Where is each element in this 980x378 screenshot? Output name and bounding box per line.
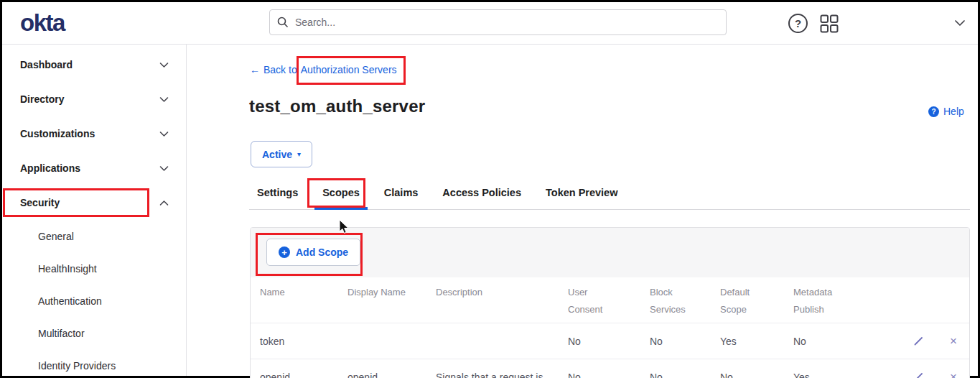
cell-description: Signals that a request is xyxy=(436,372,568,378)
column-header-metadata-publish: Metadata Publish xyxy=(793,284,913,318)
chevron-down-icon xyxy=(159,96,169,103)
cell-user-consent: No xyxy=(568,372,650,378)
chevron-up-icon xyxy=(159,200,169,206)
auth-server-tabs: Settings Scopes Claims Access Policies T… xyxy=(249,182,970,210)
tab-token-preview[interactable]: Token Preview xyxy=(538,182,625,209)
sidebar-item-label: Customizations xyxy=(20,128,95,139)
sidebar-item-dashboard[interactable]: Dashboard xyxy=(2,47,186,82)
sidebar-item-multifactor[interactable]: Multifactor xyxy=(2,317,186,349)
status-label: Active xyxy=(262,149,292,160)
scopes-panel: + Add Scope Name Display Name Descriptio… xyxy=(250,227,970,378)
page-title: test_om_auth_server xyxy=(249,96,425,116)
column-header-actions xyxy=(913,284,969,318)
global-search[interactable] xyxy=(269,9,727,35)
okta-admin-window: okta ? Dashboard Directory xyxy=(0,0,980,378)
delete-icon[interactable]: × xyxy=(950,371,957,378)
cell-metadata-publish: Yes xyxy=(793,372,913,378)
column-header-display-name: Display Name xyxy=(347,284,436,318)
back-link-target: Authorization Servers xyxy=(301,64,397,75)
plus-icon: + xyxy=(279,246,290,258)
chevron-down-icon xyxy=(159,62,169,68)
back-link-prefix: Back to xyxy=(263,64,297,75)
sidebar-item-directory[interactable]: Directory xyxy=(2,82,186,116)
sidebar-item-general[interactable]: General xyxy=(2,220,186,252)
sidebar-item-security[interactable]: Security xyxy=(2,185,186,220)
status-dropdown-button[interactable]: Active ▾ xyxy=(251,141,312,167)
cell-block-services: No xyxy=(650,372,720,378)
caret-down-icon: ▾ xyxy=(297,150,301,158)
topbar: okta ? xyxy=(2,2,978,45)
tab-scopes[interactable]: Scopes xyxy=(314,182,368,209)
sidebar-item-customizations[interactable]: Customizations xyxy=(2,116,186,151)
help-badge-icon: ? xyxy=(928,106,939,117)
scopes-table-header: Name Display Name Description User Conse… xyxy=(251,277,969,323)
chevron-down-icon xyxy=(159,131,169,137)
cell-default-scope: Yes xyxy=(720,336,793,347)
row-actions: × xyxy=(913,335,970,347)
column-header-default-scope: Default Scope xyxy=(720,284,793,318)
help-icon[interactable]: ? xyxy=(788,14,808,33)
cell-user-consent: No xyxy=(568,336,650,347)
cell-block-services: No xyxy=(650,336,720,347)
cell-metadata-publish: No xyxy=(793,336,913,347)
table-row-openid: openid openid Signals that a request is … xyxy=(251,359,969,378)
cell-name: token xyxy=(260,336,347,347)
column-header-description: Description xyxy=(436,284,568,318)
sidebar-item-label: Applications xyxy=(20,162,80,174)
sidebar-item-label: Directory xyxy=(20,93,64,105)
column-header-name: Name xyxy=(260,284,347,318)
sidebar-item-healthinsight[interactable]: HealthInsight xyxy=(2,252,186,285)
tab-access-policies[interactable]: Access Policies xyxy=(434,182,529,209)
apps-grid-icon[interactable] xyxy=(820,14,839,33)
search-input[interactable] xyxy=(295,17,726,28)
back-to-authorization-servers-link[interactable]: ← Back to Authorization Servers xyxy=(250,64,397,75)
tab-claims[interactable]: Claims xyxy=(376,182,426,209)
account-chevron-down-icon[interactable] xyxy=(954,19,966,27)
tab-settings[interactable]: Settings xyxy=(249,182,306,209)
back-arrow-icon: ← xyxy=(250,64,260,75)
add-scope-button[interactable]: + Add Scope xyxy=(266,239,360,266)
sidebar-nav: Dashboard Directory Customizations Appli… xyxy=(2,45,187,376)
edit-icon[interactable] xyxy=(913,372,924,378)
edit-icon[interactable] xyxy=(913,336,924,346)
table-row-token: token No No Yes No × xyxy=(251,323,969,359)
sidebar-item-label: Security xyxy=(20,197,60,208)
add-scope-label: Add Scope xyxy=(296,246,348,258)
chevron-down-icon xyxy=(159,165,169,172)
help-link[interactable]: ? Help xyxy=(928,106,964,117)
scopes-toolbar: + Add Scope xyxy=(251,228,969,277)
cell-default-scope: No xyxy=(720,372,793,378)
sidebar-item-label: Dashboard xyxy=(20,59,73,70)
column-header-block-services: Block Services xyxy=(650,284,720,318)
row-actions: × xyxy=(913,371,970,378)
column-header-user-consent: User Consent xyxy=(568,284,650,318)
sidebar-item-identity-providers[interactable]: Identity Providers xyxy=(2,349,186,378)
okta-logo: okta xyxy=(20,9,65,37)
search-icon xyxy=(277,17,289,28)
help-link-label: Help xyxy=(943,106,964,117)
cell-name: openid xyxy=(260,372,347,378)
sidebar-item-applications[interactable]: Applications xyxy=(2,151,186,185)
delete-icon[interactable]: × xyxy=(950,335,957,347)
sidebar-item-authentication[interactable]: Authentication xyxy=(2,285,186,317)
cell-display-name: openid xyxy=(347,372,436,378)
